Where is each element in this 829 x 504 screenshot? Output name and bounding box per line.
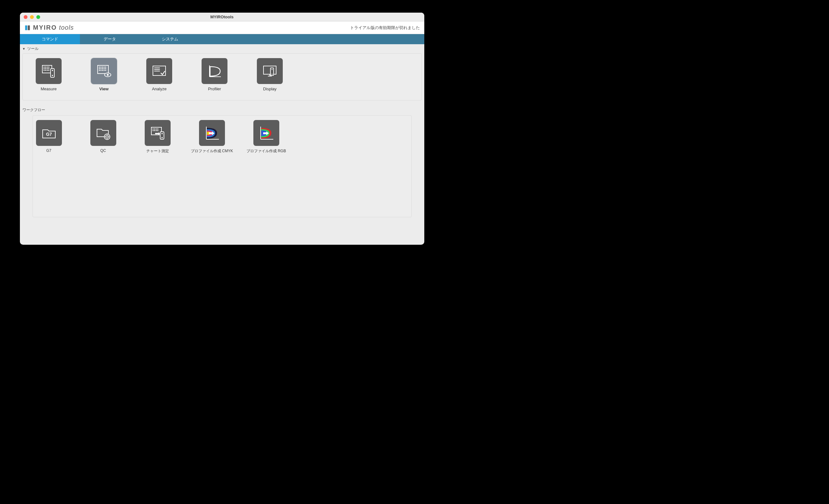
svg-rect-26 xyxy=(102,68,103,69)
workflow-profile-rgb[interactable]: プロファイル作成 RGB xyxy=(253,120,279,154)
svg-rect-19 xyxy=(99,67,100,68)
svg-rect-3 xyxy=(44,67,44,68)
svg-rect-9 xyxy=(47,68,48,69)
profile-cmyk-icon xyxy=(199,120,225,146)
chart-measure-label: チャート測定 xyxy=(146,148,169,154)
g7-label: G7 xyxy=(46,148,51,153)
workflow-qc[interactable]: QC xyxy=(91,120,116,154)
workflow-g7[interactable]: G7 G7 xyxy=(36,120,62,154)
svg-rect-32 xyxy=(104,70,105,71)
svg-rect-58 xyxy=(153,130,153,131)
svg-rect-60 xyxy=(156,130,157,131)
display-label: Display xyxy=(263,86,277,91)
svg-rect-42 xyxy=(263,66,276,74)
view-label: View xyxy=(99,86,108,91)
tab-bar: コマンド データ システム xyxy=(20,34,424,44)
brand-logo-icon xyxy=(24,25,31,31)
close-button[interactable] xyxy=(24,15,28,19)
svg-point-63 xyxy=(161,133,163,134)
svg-rect-14 xyxy=(48,70,49,71)
svg-rect-55 xyxy=(154,128,155,129)
tool-analyze[interactable]: Analyze xyxy=(146,58,173,91)
profile-rgb-icon xyxy=(253,120,279,146)
profiler-label: Profiler xyxy=(208,86,221,91)
svg-rect-29 xyxy=(99,70,100,71)
tab-data[interactable]: データ xyxy=(80,34,140,44)
svg-rect-27 xyxy=(104,68,105,69)
disclosure-triangle-icon: ▼ xyxy=(23,47,26,50)
trial-expired-text: トライアル版の有効期限が切れました xyxy=(350,25,420,31)
svg-point-64 xyxy=(161,137,163,138)
view-icon xyxy=(91,58,117,84)
traffic-lights xyxy=(20,15,40,19)
svg-rect-20 xyxy=(101,67,101,68)
workflow-chart-measure[interactable]: チャート測定 xyxy=(145,120,171,154)
workflow-panel: G7 G7 QC xyxy=(33,115,412,217)
svg-rect-31 xyxy=(102,70,103,71)
display-icon xyxy=(257,58,283,84)
brand-name-sub: tools xyxy=(59,24,74,31)
svg-rect-28 xyxy=(105,68,106,69)
tool-view[interactable]: View xyxy=(91,58,117,91)
svg-rect-18 xyxy=(98,65,108,74)
svg-point-46 xyxy=(272,69,273,70)
tools-panel: Measure View xyxy=(23,53,422,101)
svg-rect-10 xyxy=(48,68,49,69)
brand-name-bold: MYIRO xyxy=(33,24,57,31)
profile-cmyk-label: プロファイル作成 CMYK xyxy=(191,148,233,154)
svg-rect-21 xyxy=(102,67,103,68)
analyze-icon xyxy=(146,58,172,84)
tool-display[interactable]: Display xyxy=(256,58,283,91)
svg-rect-5 xyxy=(47,67,48,68)
svg-rect-57 xyxy=(157,128,158,129)
tools-section-header[interactable]: ▼ ツール xyxy=(20,44,424,53)
minimize-button[interactable] xyxy=(30,15,34,19)
svg-rect-25 xyxy=(101,68,101,69)
window-title: MYIROtools xyxy=(20,14,424,19)
svg-rect-23 xyxy=(105,67,106,68)
analyze-label: Analyze xyxy=(152,86,167,91)
svg-rect-24 xyxy=(99,68,100,69)
svg-text:G7: G7 xyxy=(46,132,52,137)
svg-rect-54 xyxy=(153,128,153,129)
tool-profiler[interactable]: Profiler xyxy=(201,58,228,91)
g7-folder-icon: G7 xyxy=(36,120,62,146)
svg-rect-1 xyxy=(28,25,30,30)
svg-rect-59 xyxy=(154,130,155,131)
svg-rect-8 xyxy=(45,68,46,69)
brand-left: MYIRO tools xyxy=(24,24,74,31)
brand-bar: MYIRO tools トライアル版の有効期限が切れました xyxy=(20,22,424,34)
tab-command[interactable]: コマンド xyxy=(20,34,80,44)
maximize-button[interactable] xyxy=(36,15,40,19)
svg-point-16 xyxy=(52,70,53,71)
chart-measure-icon xyxy=(145,120,171,146)
measure-icon xyxy=(36,58,62,84)
brand-text: MYIRO tools xyxy=(33,24,74,31)
svg-rect-22 xyxy=(104,67,105,68)
svg-rect-56 xyxy=(156,128,157,129)
svg-rect-30 xyxy=(101,70,101,71)
svg-rect-4 xyxy=(45,67,46,68)
content-area: ▼ ツール xyxy=(20,44,424,245)
svg-point-17 xyxy=(52,75,53,76)
qc-folder-icon xyxy=(91,120,116,146)
profile-rgb-label: プロファイル作成 RGB xyxy=(246,148,286,154)
qc-label: QC xyxy=(101,148,106,153)
svg-rect-12 xyxy=(45,70,46,71)
tools-section-label: ツール xyxy=(27,46,39,51)
app-window: MYIROtools MYIRO tools トライアル版の有効期限が切れました… xyxy=(20,13,424,245)
tab-system[interactable]: システム xyxy=(140,34,200,44)
svg-rect-13 xyxy=(47,70,48,71)
workflow-profile-cmyk[interactable]: プロファイル作成 CMYK xyxy=(199,120,225,154)
svg-point-47 xyxy=(272,74,273,75)
svg-rect-0 xyxy=(25,25,27,30)
measure-label: Measure xyxy=(41,86,57,91)
svg-rect-6 xyxy=(48,67,49,68)
svg-rect-61 xyxy=(157,130,158,131)
tool-measure[interactable]: Measure xyxy=(35,58,62,91)
svg-rect-33 xyxy=(105,70,106,71)
profiler-icon xyxy=(202,58,227,84)
svg-point-35 xyxy=(107,74,109,76)
svg-rect-7 xyxy=(44,68,44,69)
titlebar: MYIROtools xyxy=(20,13,424,22)
